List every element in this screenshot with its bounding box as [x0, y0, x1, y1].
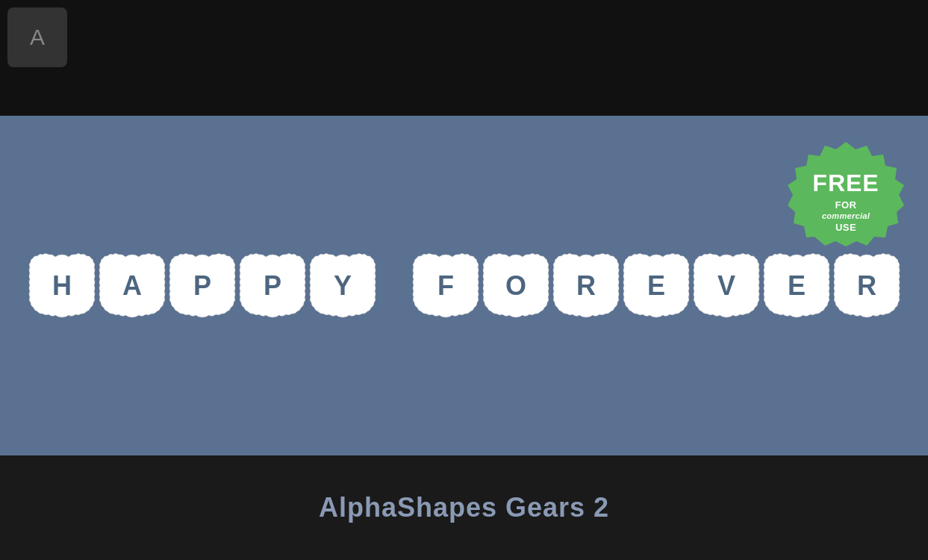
badge-free-text: FREE [786, 169, 906, 197]
bottom-bar: AlphaShapes Gears 2 [0, 455, 928, 560]
letter-char: H [52, 270, 71, 302]
top-bar: A [0, 0, 928, 116]
letter-char: Y [334, 270, 351, 302]
gear-letter-E: E [623, 252, 690, 320]
gear-letter-R: R [552, 252, 620, 320]
free-badge: FREE FOR commercial USE [786, 138, 906, 258]
font-name-label: AlphaShapes Gears 2 [319, 492, 609, 523]
letter-char: R [576, 270, 595, 302]
letter-char: O [505, 270, 526, 302]
font-icon: A [7, 7, 67, 67]
letter-char: F [437, 270, 453, 302]
gear-letter-R2: R [833, 252, 900, 320]
letter-char: E [647, 270, 664, 302]
badge-commercial-text: commercial [786, 211, 906, 220]
preview-text: H A P P Y [28, 252, 900, 320]
gear-letter-P1: P [169, 252, 236, 320]
letter-char: V [717, 270, 735, 302]
main-preview-area: FREE FOR commercial USE H A P [0, 116, 928, 455]
gear-letter-V: V [693, 252, 760, 320]
font-icon-letter: A [30, 25, 45, 50]
gear-letter-F: F [412, 252, 479, 320]
letter-char: R [857, 270, 876, 302]
gear-letter-A: A [99, 252, 166, 320]
gear-letter-Y: Y [309, 252, 376, 320]
letter-char: E [788, 270, 805, 302]
letter-char: A [122, 270, 141, 302]
letter-char: P [264, 270, 281, 302]
badge-use-text: USE [786, 222, 906, 233]
gear-letter-P2: P [239, 252, 306, 320]
gear-letter-H: H [28, 252, 96, 320]
letter-char: P [193, 270, 211, 302]
badge-for-text: FOR [786, 199, 906, 211]
gear-letter-E2: E [763, 252, 830, 320]
gear-letter-O: O [482, 252, 549, 320]
